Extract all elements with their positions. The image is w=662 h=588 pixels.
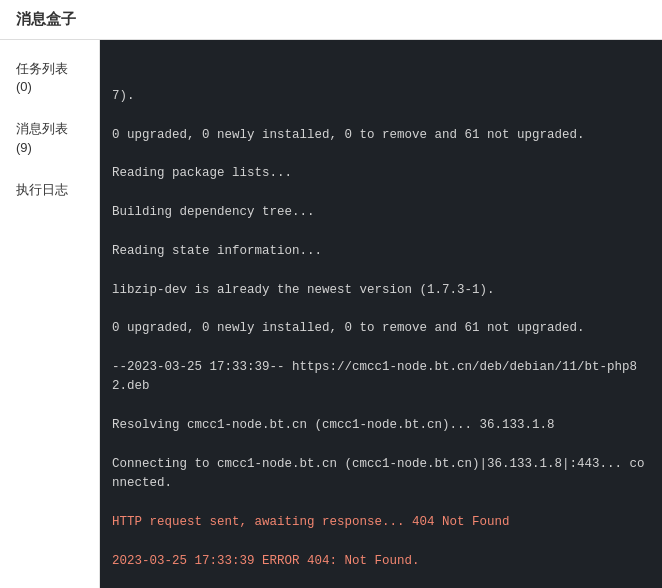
log-line: 0 upgraded, 0 newly installed, 0 to remo… — [112, 319, 650, 338]
log-line: HTTP request sent, awaiting response... … — [112, 513, 650, 532]
header: 消息盒子 — [0, 0, 662, 40]
main-layout: 任务列表 (0) 消息列表 (9) 执行日志 7). 0 upgraded, 0… — [0, 40, 662, 588]
header-title: 消息盒子 — [16, 10, 76, 27]
log-line: Building dependency tree... — [112, 203, 650, 222]
log-line: 0 upgraded, 0 newly installed, 0 to remo… — [112, 126, 650, 145]
log-line: 7). — [112, 87, 650, 106]
log-line: 2023-03-25 17:33:39 ERROR 404: Not Found… — [112, 552, 650, 571]
sidebar-item-exec-log[interactable]: 执行日志 — [0, 169, 99, 211]
log-container[interactable]: 7). 0 upgraded, 0 newly installed, 0 to … — [100, 40, 662, 588]
log-line: --2023-03-25 17:33:39-- https://cmcc1-no… — [112, 358, 650, 397]
log-line: Reading package lists... — [112, 164, 650, 183]
sidebar-item-message-list[interactable]: 消息列表 (9) — [0, 108, 99, 168]
log-content-area: 7). 0 upgraded, 0 newly installed, 0 to … — [100, 40, 662, 588]
log-line: Resolving cmcc1-node.bt.cn (cmcc1-node.b… — [112, 416, 650, 435]
log-line: libzip-dev is already the newest version… — [112, 281, 650, 300]
log-line: Reading state information... — [112, 242, 650, 261]
sidebar: 任务列表 (0) 消息列表 (9) 执行日志 — [0, 40, 100, 588]
sidebar-item-task-list[interactable]: 任务列表 (0) — [0, 48, 99, 108]
log-line: Connecting to cmcc1-node.bt.cn (cmcc1-no… — [112, 455, 650, 494]
